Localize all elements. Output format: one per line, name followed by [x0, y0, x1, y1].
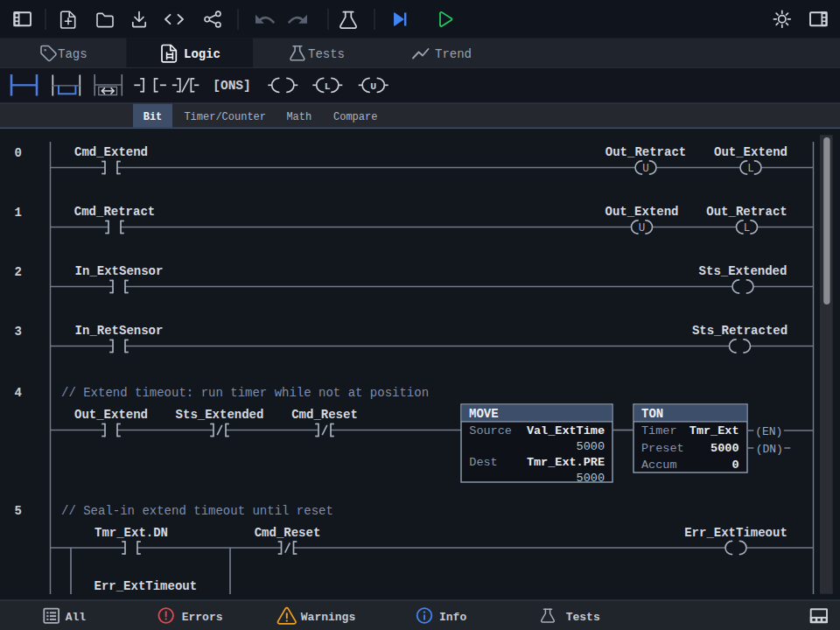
svg-text:Info: Info [439, 611, 466, 624]
svg-text:3: 3 [15, 325, 22, 339]
svg-text:Out_Extend: Out_Extend [605, 205, 678, 219]
svg-text:U: U [370, 80, 376, 92]
svg-text:Cmd_Extend: Cmd_Extend [74, 145, 148, 159]
svg-text:L: L [744, 222, 751, 234]
svg-text:TON: TON [641, 407, 663, 421]
svg-text:Tags: Tags [58, 47, 88, 61]
svg-text:0: 0 [732, 458, 738, 472]
svg-text:Sts_Retracted: Sts_Retracted [692, 324, 788, 338]
svg-text:Compare: Compare [333, 111, 377, 123]
svg-text:Warnings: Warnings [301, 611, 356, 624]
svg-text:// Extend timeout: run timer w: // Extend timeout: run timer while not a… [61, 386, 429, 400]
svg-text:5000: 5000 [577, 440, 605, 453]
svg-text:Timer/Counter: Timer/Counter [184, 111, 266, 123]
svg-text:U: U [639, 222, 646, 234]
svg-text:MOVE: MOVE [469, 407, 499, 421]
svg-text:4: 4 [15, 386, 22, 400]
svg-text:Tests: Tests [566, 611, 600, 624]
svg-text:L: L [325, 80, 331, 92]
svg-text:L: L [747, 163, 754, 175]
svg-text:(EN): (EN) [755, 425, 782, 438]
svg-text:Tests: Tests [308, 47, 345, 61]
svg-text:Accum: Accum [641, 458, 677, 472]
svg-text:All: All [66, 611, 87, 624]
svg-text:Preset: Preset [641, 442, 684, 455]
svg-text:U: U [642, 163, 649, 175]
svg-text:Sts_Extended: Sts_Extended [699, 264, 788, 278]
svg-text:Out_Retract: Out_Retract [706, 205, 787, 219]
svg-text:0: 0 [15, 146, 22, 160]
svg-text:Errors: Errors [182, 611, 223, 624]
svg-text:1: 1 [15, 206, 22, 220]
svg-text:Err_ExtTimeout: Err_ExtTimeout [94, 579, 197, 593]
svg-text:In_RetSensor: In_RetSensor [75, 324, 164, 338]
svg-text:Out_Extend: Out_Extend [74, 408, 148, 422]
svg-text:Out_Retract: Out_Retract [606, 145, 686, 159]
svg-text:Sts_Extended: Sts_Extended [176, 408, 264, 422]
svg-text:Cmd_Reset: Cmd_Reset [255, 526, 321, 540]
svg-text:Cmd_Reset: Cmd_Reset [291, 408, 358, 422]
svg-text:Tmr_Ext: Tmr_Ext [690, 424, 739, 438]
svg-text:Dest: Dest [469, 456, 497, 469]
svg-text:Math: Math [286, 111, 312, 123]
svg-text:2: 2 [15, 265, 22, 279]
svg-text:Timer: Timer [641, 424, 677, 438]
svg-text:(DN): (DN) [756, 443, 783, 456]
svg-text:Err_ExtTimeout: Err_ExtTimeout [684, 526, 788, 540]
svg-text:Trend: Trend [435, 47, 472, 61]
svg-text:5: 5 [15, 504, 22, 518]
svg-text:// Seal-in extend timeout unti: // Seal-in extend timeout until reset [61, 504, 333, 518]
svg-text:5000: 5000 [710, 442, 738, 455]
svg-text:[ONS]: [ONS] [213, 79, 251, 93]
svg-text:Tmr_Ext.DN: Tmr_Ext.DN [94, 526, 168, 540]
svg-text:5000: 5000 [577, 472, 605, 485]
svg-text:Tmr_Ext.PRE: Tmr_Ext.PRE [527, 456, 605, 469]
svg-text:Logic: Logic [184, 47, 220, 61]
svg-text:Val_ExtTime: Val_ExtTime [527, 424, 605, 438]
svg-text:Source: Source [469, 424, 512, 438]
svg-text:Bit: Bit [144, 111, 163, 123]
svg-text:In_ExtSensor: In_ExtSensor [75, 264, 164, 278]
svg-text:Cmd_Retract: Cmd_Retract [74, 205, 155, 219]
svg-text:Out_Extend: Out_Extend [714, 145, 788, 159]
